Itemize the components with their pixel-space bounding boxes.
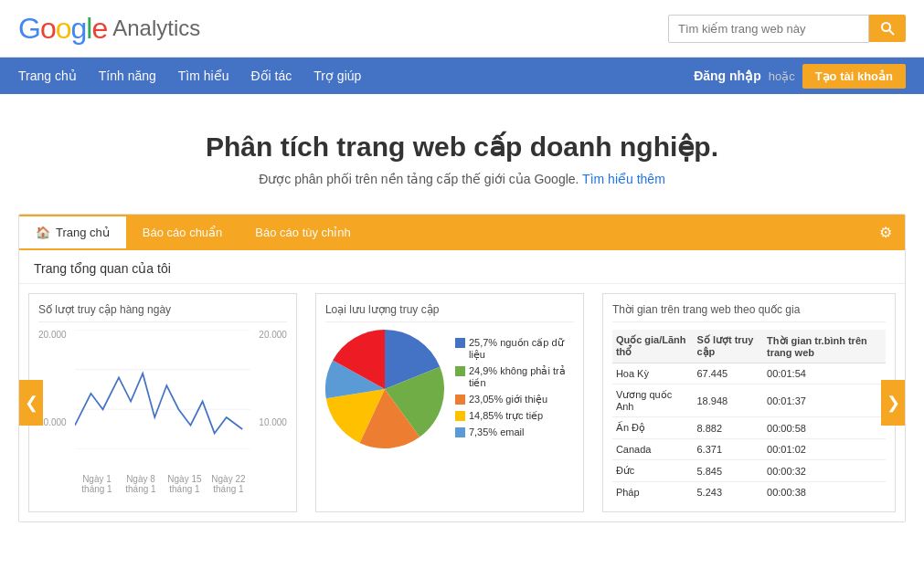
legend-item-0: 25,7% nguồn cấp dữ liệu xyxy=(455,337,574,361)
cell-time: 00:00:58 xyxy=(763,417,886,439)
svg-point-0 xyxy=(882,23,890,31)
line-chart-svg xyxy=(75,330,250,449)
x-axis-labels: Ngày 1tháng 1 Ngày 8tháng 1 Ngày 15tháng… xyxy=(75,474,250,494)
svg-line-1 xyxy=(889,30,894,35)
table-row: Ấn Độ 8.882 00:00:58 xyxy=(612,417,886,439)
table-row: Vương quốc Anh 18.948 00:01:37 xyxy=(612,384,886,417)
line-chart-area: 20.000 10.000 2 xyxy=(38,330,287,494)
search-button[interactable] xyxy=(869,15,906,42)
search-area xyxy=(668,15,906,43)
col-visits: Số lượt truy cập xyxy=(694,330,764,363)
search-icon xyxy=(880,21,895,36)
standard-report-label: Báo cáo chuẩn xyxy=(143,226,223,239)
register-button[interactable]: Tạo tài khoản xyxy=(802,64,906,89)
cell-country: Canada xyxy=(612,439,694,460)
or-text: hoặc xyxy=(769,69,795,83)
table-row: Hoa Kỳ 67.445 00:01:54 xyxy=(612,363,886,384)
dashboard-tabs: 🏠 Trang chủ Báo cáo chuẩn Báo cáo tùy ch… xyxy=(19,215,905,250)
tab-standard-report[interactable]: Báo cáo chuẩn xyxy=(126,216,239,248)
dashboard-title: Trang tổng quan của tôi xyxy=(19,250,905,284)
legend-label-4: 7,35% email xyxy=(469,426,525,437)
analytics-text: Analytics xyxy=(112,16,200,41)
table-title: Thời gian trên trang web theo quốc gia xyxy=(612,303,886,322)
main-nav: Trang chủ Tính năng Tìm hiểu Đối tác Trợ… xyxy=(0,58,924,94)
google-logo: Google xyxy=(18,12,107,46)
table-body: Hoa Kỳ 67.445 00:01:54 Vương quốc Anh 18… xyxy=(612,363,886,503)
table-row: Pháp 5.243 00:00:38 xyxy=(612,482,886,503)
panels: Số lượt truy cập hàng ngày 20.000 10.000 xyxy=(19,284,905,521)
cell-time: 00:01:37 xyxy=(763,384,886,417)
custom-report-label: Báo cáo tùy chỉnh xyxy=(255,226,350,239)
legend-item-4: 7,35% email xyxy=(455,426,574,437)
hero-subtitle: Được phân phối trên nền tảng cấp thế giớ… xyxy=(18,172,906,186)
legend-label-1: 24,9% không phải trả tiền xyxy=(469,365,574,389)
hero-section: Phân tích trang web cấp doanh nghiệp. Đư… xyxy=(0,94,924,214)
legend-label-0: 25,7% nguồn cấp dữ liệu xyxy=(469,337,574,361)
legend-color-2 xyxy=(455,395,465,405)
tabs-left: 🏠 Trang chủ Báo cáo chuẩn Báo cáo tùy ch… xyxy=(19,216,367,248)
pie-legend: 25,7% nguồn cấp dữ liệu 24,9% không phải… xyxy=(455,337,574,442)
legend-item-2: 23,05% giới thiệu xyxy=(455,394,574,405)
left-arrow-button[interactable]: ❮ xyxy=(19,380,43,426)
cell-country: Ấn Độ xyxy=(612,417,694,439)
nav-item-learn[interactable]: Tìm hiểu xyxy=(178,59,229,92)
panels-wrapper: ❮ Số lượt truy cập hàng ngày 20.000 10.0… xyxy=(19,284,905,521)
legend-item-1: 24,9% không phải trả tiền xyxy=(455,365,574,389)
cell-visits: 67.445 xyxy=(694,363,764,384)
dashboard-container: 🏠 Trang chủ Báo cáo chuẩn Báo cáo tùy ch… xyxy=(18,214,906,522)
cell-visits: 6.371 xyxy=(694,439,764,460)
legend-color-3 xyxy=(455,411,465,421)
country-table: Quốc gia/Lãnh thổ Số lượt truy cập Thời … xyxy=(612,330,886,502)
legend-color-1 xyxy=(455,366,465,376)
legend-color-4 xyxy=(455,427,465,437)
col-time: Thời gian tr.bình trên trang web xyxy=(763,330,886,363)
header: Google Analytics xyxy=(0,0,924,58)
hero-title: Phân tích trang web cấp doanh nghiệp. xyxy=(18,131,906,163)
legend-label-2: 23,05% giới thiệu xyxy=(469,394,547,405)
cell-country: Hoa Kỳ xyxy=(612,363,694,384)
nav-item-features[interactable]: Tính năng xyxy=(99,59,156,92)
cell-country: Pháp xyxy=(612,482,694,503)
cell-time: 00:01:02 xyxy=(763,439,886,460)
cell-time: 00:00:38 xyxy=(763,482,886,503)
legend-item-3: 14,85% trực tiếp xyxy=(455,410,574,422)
right-arrow-button[interactable]: ❯ xyxy=(881,380,905,426)
cell-time: 00:01:54 xyxy=(763,363,886,384)
search-input[interactable] xyxy=(668,15,869,43)
cell-visits: 5.243 xyxy=(694,482,764,503)
legend-label-3: 14,85% trực tiếp xyxy=(469,410,543,422)
nav-item-help[interactable]: Trợ giúp xyxy=(313,59,361,92)
pie-chart-title: Loại lưu lượng truy cập xyxy=(325,303,574,322)
table-panel: Thời gian trên trang web theo quốc gia Q… xyxy=(602,293,896,512)
pie-chart-panel: Loại lưu lượng truy cập xyxy=(315,293,584,512)
nav-item-partners[interactable]: Đối tác xyxy=(250,59,292,92)
cell-country: Đức xyxy=(612,460,694,482)
cell-visits: 18.948 xyxy=(694,384,764,417)
col-country: Quốc gia/Lãnh thổ xyxy=(612,330,694,363)
pie-chart-svg xyxy=(325,330,444,448)
line-chart-panel: Số lượt truy cập hàng ngày 20.000 10.000 xyxy=(28,293,297,512)
cell-time: 00:00:32 xyxy=(763,460,886,482)
hero-subtitle-text: Được phân phối trên nền tảng cấp thế giớ… xyxy=(259,172,579,186)
logo-area: Google Analytics xyxy=(18,12,200,46)
pie-chart-area: 25,7% nguồn cấp dữ liệu 24,9% không phải… xyxy=(325,330,574,448)
home-tab-label: Trang chủ xyxy=(56,226,110,239)
nav-item-home[interactable]: Trang chủ xyxy=(18,59,77,92)
table-row: Canada 6.371 00:01:02 xyxy=(612,439,886,460)
nav-left: Trang chủ Tính năng Tìm hiểu Đối tác Trợ… xyxy=(18,59,361,92)
y-axis-right: 20.000 10.000 xyxy=(259,330,287,467)
nav-right: Đăng nhập hoặc Tạo tài khoản xyxy=(694,64,906,89)
table-row: Đức 5.845 00:00:32 xyxy=(612,460,886,482)
settings-gear[interactable]: ⚙ xyxy=(866,215,905,250)
hero-learn-link[interactable]: Tìm hiểu thêm xyxy=(582,172,665,186)
table-header-row: Quốc gia/Lãnh thổ Số lượt truy cập Thời … xyxy=(612,330,886,363)
legend-color-0 xyxy=(455,338,465,348)
cell-visits: 8.882 xyxy=(694,417,764,439)
home-tab-icon: 🏠 xyxy=(36,226,50,239)
tab-custom-report[interactable]: Báo cáo tùy chỉnh xyxy=(239,216,366,248)
cell-visits: 5.845 xyxy=(694,460,764,482)
cell-country: Vương quốc Anh xyxy=(612,384,694,417)
line-chart-title: Số lượt truy cập hàng ngày xyxy=(38,303,287,322)
tab-home[interactable]: 🏠 Trang chủ xyxy=(19,216,126,248)
login-link[interactable]: Đăng nhập xyxy=(694,68,761,83)
